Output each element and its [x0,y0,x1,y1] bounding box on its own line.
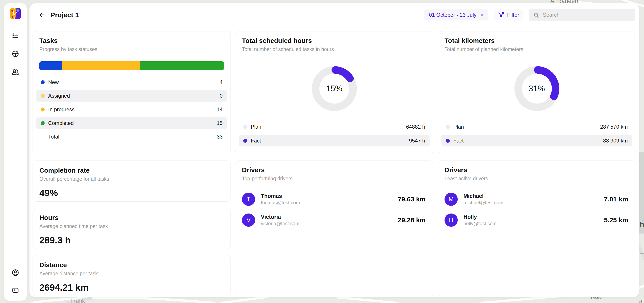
filter-label: Filter [507,12,519,18]
driver-row: M Michael michael@test.com 7.01 km [444,192,628,206]
tasks-legend: New 4 Assigned 0 In progress 14 [36,76,227,142]
card-title: Total kilometers [444,37,629,45]
legend-value: 14 [217,106,222,112]
completion-rate-card: Completion rate Overall percentage for a… [32,160,231,202]
legend-row: New 4 [36,76,227,88]
legend-label: Total [48,134,60,140]
driver-name: Holly [464,214,497,220]
legend-row: Plan 64882 h [239,121,430,132]
legend-dot [243,125,247,129]
steering-wheel-icon[interactable] [12,50,19,58]
card-title: Hours [39,214,224,222]
dashboard-grid: Tasks Progress by task statuses New 4 A [30,27,639,297]
legend-label: New [48,79,59,85]
legend-label: In progress [48,106,74,112]
header-controls: 01 October - 23 July × Filter [424,8,635,21]
legend-value: 9547 h [409,138,425,144]
legend-label: Fact [453,138,464,144]
filter-button[interactable]: Filter [494,10,523,20]
card-title: Drivers [242,166,426,174]
donut-percent-label: 15% [308,62,361,115]
bar-segment [140,61,224,70]
card-title: Drivers [444,166,629,174]
drivers-icon[interactable] [12,68,19,76]
legend-dot [446,139,450,143]
legend-total-row: Total 33 [36,131,227,142]
app-logo-icon[interactable] [10,8,21,19]
map-label-right-b: + [640,250,644,257]
legend-dot [446,125,450,129]
kilometers-card: Total kilometers Total number of planned… [438,31,636,154]
legend-label: Fact [251,138,261,144]
kilometers-donut-chart: 31% [510,62,563,115]
page-title: Project 1 [50,11,79,19]
hours-donut-chart: 15% [308,62,361,115]
legend-value: 287 570 km [600,124,628,130]
driver-distance: 29.28 km [398,216,426,224]
panel-toggle-icon[interactable] [12,286,19,294]
card-subtitle: Average distance per task [39,270,224,276]
tasks-list-icon[interactable] [12,32,19,40]
card-subtitle: Progress by task statuses [39,46,224,52]
legend-label: Completed [48,120,74,126]
main-panel: Project 1 01 October - 23 July × Filter [30,3,639,297]
card-subtitle: Least active drivers [444,176,629,182]
clear-date-icon[interactable]: × [480,12,483,18]
legend-row: In progress 14 [36,104,227,115]
legend-row: Assigned 0 [36,90,227,102]
card-title: Tasks [39,37,224,45]
least-drivers-card: Drivers Least active drivers M Michael m… [438,160,636,296]
back-button[interactable] [38,11,46,19]
account-icon[interactable] [12,269,19,276]
driver-name: Michael [464,192,503,199]
driver-email: victoria@test.com [261,220,299,227]
card-title: Completion rate [39,166,224,174]
card-subtitle: Total number of scheduled tasks in hours [242,46,426,52]
avatar: H [444,214,458,227]
stat-value: 289.3 h [39,235,224,246]
card-subtitle: Average planned time per task [39,223,224,229]
driver-row: T Thomas thomas@test.com 79.63 km [242,192,426,206]
avatar: M [444,192,458,206]
legend-value: 4 [220,79,222,85]
distance-card: Distance Average distance per task 2694.… [32,255,231,296]
driver-distance: 79.63 km [398,196,426,203]
driver-name: Victoria [261,214,299,220]
funnel-icon [498,12,504,18]
avatar: V [242,214,255,227]
map-label-bottom-left: Trafik [70,298,85,303]
tasks-card: Tasks Progress by task statuses New 4 A [32,31,231,154]
page-header: Project 1 01 October - 23 July × Filter [30,3,639,27]
donut-percent-label: 31% [510,62,563,115]
column-right: Total kilometers Total number of planned… [438,31,636,297]
bar-segment [62,61,140,70]
legend-dot [41,121,45,125]
legend-row: Fact 88 909 km [442,135,632,146]
scheduled-hours-card: Total scheduled hours Total number of sc… [235,31,433,154]
legend-value: 15 [217,120,222,126]
legend-value: 33 [217,134,222,140]
driver-email: thomas@test.com [261,200,300,206]
search-box[interactable] [529,8,635,21]
search-icon [533,12,539,18]
legend-label: Plan [453,124,464,130]
legend-row: Plan 287 570 km [442,121,632,132]
tasks-stacked-bar [39,61,224,70]
map-label-right-c: al [639,298,644,303]
legend-value: 0 [220,93,222,99]
stat-value: 2694.21 km [39,282,224,293]
hours-card: Hours Average planned time per task 289.… [32,208,231,249]
legend-label: Assigned [48,93,70,99]
search-input[interactable] [542,12,630,18]
avatar: T [242,192,255,206]
card-subtitle: Overall percentage for all tasks [39,176,224,182]
sidebar [4,3,26,300]
arrow-left-icon [38,11,46,19]
card-subtitle: Total number of planned kilometers [444,46,629,52]
bar-segment [39,61,62,70]
date-range-chip[interactable]: 01 October - 23 July × [424,10,488,20]
legend-label: Plan [251,124,261,130]
top-drivers-card: Drivers Top-performing drivers T Thomas … [235,160,433,296]
legend-dot [243,139,247,143]
card-title: Distance [39,261,224,269]
